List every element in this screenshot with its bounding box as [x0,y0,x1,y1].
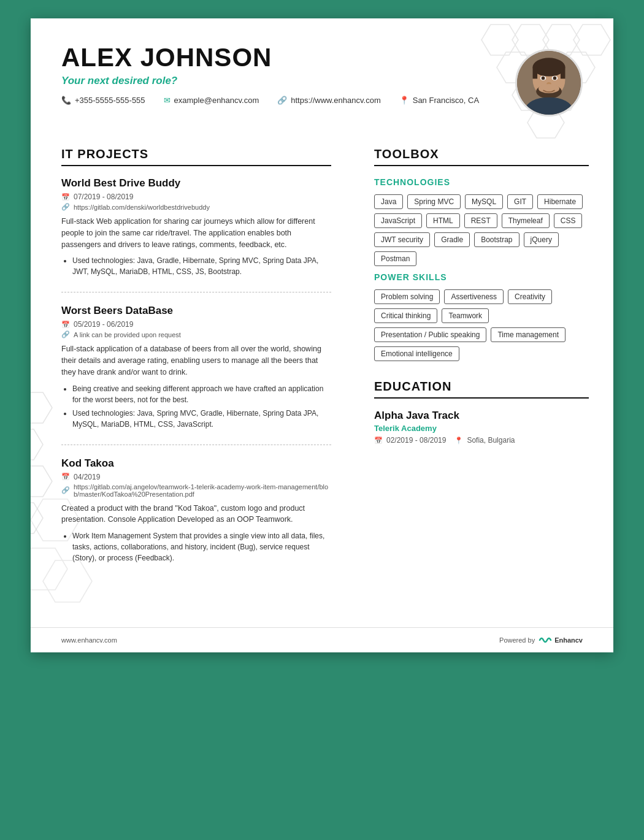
projects-list: World Best Drive Buddy📅07/2019 - 08/2019… [61,177,331,578]
project-description: Created a product with the brand "Kod Ta… [61,503,331,526]
project-link: https://gitlab.com/denski/worldbestdrive… [74,204,210,211]
project-meta: 📅07/2019 - 08/2019🔗https://gitlab.com/de… [61,193,331,211]
technologies-tags: JavaSpring MVCMySQLGITHibernateJavaScrip… [374,194,589,266]
project-title: Worst Beers DataBase [61,305,331,317]
power-skill-tag: Critical thinking [374,308,437,323]
power-skill-tag: Teamwork [442,308,489,323]
project-link: https://gitlab.com/aj.angelov/teamwork-1… [74,483,331,498]
project-description: Full-stack Web application for sharing c… [61,216,331,250]
project-item: World Best Drive Buddy📅07/2019 - 08/2019… [61,177,331,292]
technology-tag: REST [464,213,497,228]
bullet-item: Work Item Management System that provide… [72,530,331,563]
project-dates: 04/2019 [74,473,100,481]
project-dates-row: 📅04/2019 [61,473,331,481]
website-url: https://www.enhancv.com [291,96,380,105]
location-icon: 📍 [399,96,409,105]
edu-dates: 02/2019 - 08/2019 [386,436,446,445]
bullet-item: Being creative and seeking different app… [72,383,331,405]
power-skill-tag: Creativity [508,289,552,304]
power-skill-tag: Presentation / Public speaking [374,327,486,342]
email-icon: ✉ [164,96,171,105]
bullet-item: Used technologies: Java, Gradle, Hiberna… [72,255,331,277]
technology-tag: Gradle [434,232,470,247]
project-link-row: 🔗https://gitlab.com/aj.angelov/teamwork-… [61,483,331,498]
footer: www.enhancv.com Powered by Enhancv [31,627,613,652]
technology-tag: MySQL [465,194,503,209]
website-contact: 🔗 https://www.enhancv.com [277,96,380,105]
project-description: Full-stack application of a database of … [61,343,331,378]
edu-school: Telerik Academy [374,424,589,433]
link-icon: 🔗 [61,330,70,338]
bullet-item: Used technologies: Java, Spring MVC, Gra… [72,408,331,430]
edu-dates-row: 📅 02/2019 - 08/2019 [374,436,446,445]
technology-tag: jQuery [524,232,559,247]
power-skills-tags: Problem solvingAssertivenessCreativityCr… [374,289,589,361]
project-link: A link can be provided upon request [74,331,181,338]
calendar-icon: 📅 [61,473,70,481]
brand-name: Enhancv [554,636,583,644]
technologies-label: TECHNOLOGIES [374,177,589,187]
location-icon: 📍 [454,437,463,445]
project-dates: 07/2019 - 08/2019 [74,193,133,201]
power-skills-label: POWER SKILLS [374,272,589,282]
avatar [515,49,583,116]
technology-tag: GIT [507,194,533,209]
power-skill-tag: Problem solving [374,289,440,304]
calendar-icon: 📅 [61,321,70,329]
phone-number: +355-5555-555-555 [75,96,145,105]
project-dates-row: 📅07/2019 - 08/2019 [61,193,331,201]
edu-meta: 📅 02/2019 - 08/2019 📍 Sofia, Bulgaria [374,436,589,445]
phone-contact: 📞 +355-5555-555-555 [61,96,145,105]
project-meta: 📅05/2019 - 06/2019🔗A link can be provide… [61,320,331,338]
avatar-image [517,51,581,115]
candidate-name: ALEX JOHNSON [61,43,479,72]
contact-info: 📞 +355-5555-555-555 ✉ example@enhancv.co… [61,96,479,105]
technology-tag: JWT security [374,232,430,247]
edu-degree: Alpha Java Track [374,410,589,422]
technology-tag: Bootstrap [474,232,519,247]
technology-tag: Thymeleaf [502,213,550,228]
left-column: IT PROJECTS World Best Drive Buddy📅07/20… [31,135,356,603]
resume-page: ALEX JOHNSON Your next desired role? 📞 +… [31,18,613,652]
technology-tag: JavaScript [374,213,422,228]
svg-rect-21 [561,67,565,78]
email-address: example@enhancv.com [174,96,259,105]
location-text: San Francisco, CA [413,96,479,105]
header-left: ALEX JOHNSON Your next desired role? 📞 +… [61,43,479,105]
edu-location-row: 📍 Sofia, Bulgaria [454,436,515,445]
projects-section-title: IT PROJECTS [61,147,331,166]
main-content: IT PROJECTS World Best Drive Buddy📅07/20… [31,129,613,627]
calendar-icon: 📅 [374,437,383,445]
footer-url: www.enhancv.com [61,636,117,644]
education-section-title: EDUCATION [374,380,589,399]
calendar-icon: 📅 [61,193,70,201]
footer-brand: Powered by Enhancv [499,635,583,645]
power-skill-tag: Assertiveness [444,289,504,304]
project-dates: 05/2019 - 06/2019 [74,320,133,329]
project-dates-row: 📅05/2019 - 06/2019 [61,320,331,329]
project-item: Kod Takoa📅04/2019🔗https://gitlab.com/aj.… [61,457,331,579]
project-bullets: Used technologies: Java, Gradle, Hiberna… [61,255,331,277]
technology-tag: Postman [374,251,416,266]
svg-point-19 [533,58,565,76]
header: ALEX JOHNSON Your next desired role? 📞 +… [31,18,613,129]
project-link-row: 🔗A link can be provided upon request [61,330,331,338]
phone-icon: 📞 [61,96,71,105]
technology-tag: Java [374,194,403,209]
technology-tag: Spring MVC [407,194,461,209]
project-title: World Best Drive Buddy [61,177,331,189]
project-bullets: Being creative and seeking different app… [61,383,331,430]
candidate-role: Your next desired role? [61,75,479,87]
svg-point-23 [542,77,545,80]
technology-tag: HTML [426,213,460,228]
svg-rect-20 [533,67,538,78]
link-icon: 🔗 [61,203,70,211]
technology-tag: CSS [554,213,583,228]
project-link-row: 🔗https://gitlab.com/denski/worldbestdriv… [61,203,331,211]
project-title: Kod Takoa [61,457,331,470]
project-meta: 📅04/2019🔗https://gitlab.com/aj.angelov/t… [61,473,331,498]
edu-location: Sofia, Bulgaria [467,436,515,445]
svg-point-25 [553,77,557,80]
technology-tag: Hibernate [537,194,583,209]
toolbox-section-title: TOOLBOX [374,147,589,166]
